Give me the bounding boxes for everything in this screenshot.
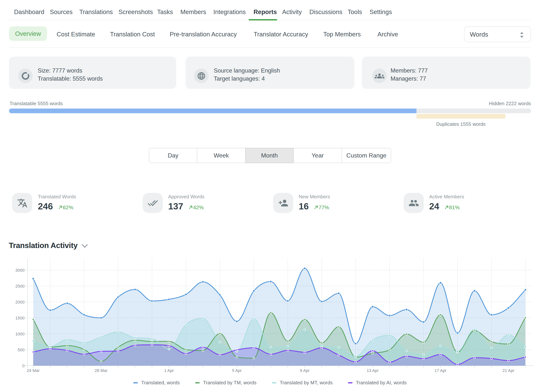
svg-text:24 Mar: 24 Mar: [27, 368, 40, 373]
svg-text:9 Apr: 9 Apr: [300, 368, 310, 373]
svg-text:500: 500: [18, 347, 25, 352]
svg-text:0: 0: [22, 363, 25, 368]
svg-text:13 Apr: 13 Apr: [367, 368, 379, 373]
svg-text:5 Apr: 5 Apr: [232, 368, 242, 373]
svg-text:2500: 2500: [15, 284, 25, 288]
svg-text:28 Mar: 28 Mar: [95, 368, 107, 373]
svg-text:3000: 3000: [15, 268, 25, 273]
svg-text:17 Apr: 17 Apr: [435, 368, 447, 373]
svg-text:1500: 1500: [15, 316, 25, 320]
svg-text:1 Apr: 1 Apr: [164, 368, 174, 373]
svg-text:21 Apr: 21 Apr: [502, 368, 515, 373]
svg-text:1000: 1000: [15, 332, 25, 336]
svg-text:2000: 2000: [15, 300, 25, 304]
